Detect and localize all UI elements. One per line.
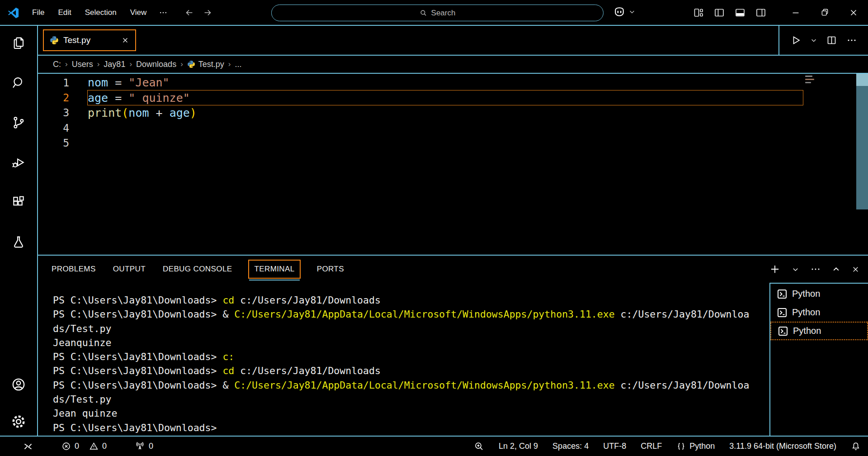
broadcast-icon bbox=[135, 441, 145, 451]
ports-count: 0 bbox=[149, 442, 153, 451]
editor-scrollbar[interactable] bbox=[856, 74, 868, 209]
accounts-icon[interactable] bbox=[11, 377, 26, 392]
indentation[interactable]: Spaces: 4 bbox=[552, 442, 589, 451]
panel-tab-debug-console[interactable]: DEBUG CONSOLE bbox=[162, 260, 233, 278]
terminal-tabs-list: PythonPythonPython bbox=[769, 283, 868, 436]
close-panel-icon[interactable] bbox=[851, 265, 860, 274]
panel-tab-problems[interactable]: PROBLEMS bbox=[51, 260, 97, 278]
breadcrumb-item[interactable]: Test.py bbox=[187, 60, 224, 69]
panel-tab-ports[interactable]: PORTS bbox=[316, 260, 345, 278]
line-number: 2 bbox=[38, 92, 88, 104]
explorer-icon[interactable] bbox=[11, 36, 26, 50]
errors-count: 0 bbox=[75, 442, 79, 451]
breadcrumb-item[interactable]: Jay81 bbox=[104, 60, 125, 69]
terminal-line: PS C:\Users\Jay81\Downloads> & C:/Users/… bbox=[53, 307, 769, 321]
editor-more-actions-icon[interactable] bbox=[846, 35, 857, 46]
run-dropdown-icon[interactable] bbox=[811, 37, 817, 43]
settings-gear-icon[interactable] bbox=[11, 414, 26, 429]
split-editor-icon[interactable] bbox=[826, 35, 837, 46]
terminal-tab-python[interactable]: Python bbox=[770, 322, 868, 340]
search-icon bbox=[420, 9, 427, 17]
vscode-logo bbox=[8, 7, 19, 19]
terminal-icon bbox=[777, 289, 788, 299]
breadcrumb-item[interactable]: ... bbox=[235, 60, 242, 69]
testing-icon[interactable] bbox=[11, 235, 26, 249]
command-center-search[interactable]: Search bbox=[271, 5, 604, 21]
terminal-launch-dropdown-icon[interactable] bbox=[792, 266, 799, 273]
notifications-bell-icon[interactable] bbox=[851, 442, 861, 451]
restore-button[interactable] bbox=[810, 0, 839, 25]
panel-tab-terminal[interactable]: TERMINAL bbox=[248, 260, 300, 279]
terminal-line: PS C:\Users\Jay81\Downloads> cd c:/Users… bbox=[53, 364, 769, 378]
breadcrumb-item[interactable]: Downloads bbox=[136, 60, 176, 69]
breadcrumb-item[interactable]: Users bbox=[72, 60, 93, 69]
breadcrumb-item[interactable]: C: bbox=[53, 60, 61, 69]
panel-more-actions-icon[interactable] bbox=[810, 264, 821, 275]
cursor-position[interactable]: Ln 2, Col 9 bbox=[499, 442, 538, 451]
terminal-output[interactable]: PS C:\Users\Jay81\Downloads> cd c:/Users… bbox=[38, 283, 769, 436]
toggle-panel-icon[interactable] bbox=[730, 0, 750, 25]
search-placeholder: Search bbox=[431, 9, 456, 18]
code-line: 3print(nom + age) bbox=[38, 105, 868, 120]
terminal-icon bbox=[778, 326, 788, 337]
encoding[interactable]: UTF-8 bbox=[603, 442, 626, 451]
line-number: 5 bbox=[38, 137, 88, 149]
menu-view[interactable]: View bbox=[123, 8, 154, 17]
menu-edit[interactable]: Edit bbox=[51, 8, 78, 17]
breadcrumb-separator-icon: › bbox=[228, 60, 231, 69]
terminal-line: PS C:\Users\Jay81\Downloads> cd c:/Users… bbox=[53, 293, 769, 307]
code-editor[interactable]: 1nom = "Jean"2age = " quinze"3print(nom … bbox=[38, 74, 868, 255]
editor-tab-bar: Test.py bbox=[38, 26, 868, 56]
python-interpreter[interactable]: 3.11.9 64-bit (Microsoft Store) bbox=[729, 442, 836, 451]
extensions-icon[interactable] bbox=[11, 195, 26, 209]
minimize-button[interactable] bbox=[781, 0, 810, 25]
tab-test-py[interactable]: Test.py bbox=[43, 29, 136, 51]
close-window-button[interactable] bbox=[839, 0, 868, 25]
errors-icon bbox=[61, 442, 71, 451]
menu-overflow-icon[interactable] bbox=[153, 8, 173, 17]
code-line: 1nom = "Jean" bbox=[38, 75, 868, 90]
terminal-line: ds/Test.py bbox=[53, 322, 769, 336]
run-and-debug-icon[interactable] bbox=[11, 155, 26, 170]
terminal-line: PS C:\Users\Jay81\Downloads> c: bbox=[53, 350, 769, 364]
breadcrumb-separator-icon: › bbox=[65, 60, 68, 69]
breadcrumb-separator-icon: › bbox=[180, 60, 183, 69]
run-python-file-button[interactable] bbox=[791, 35, 802, 46]
activity-bar bbox=[0, 26, 38, 436]
code-line: 5 bbox=[38, 136, 868, 151]
python-file-icon bbox=[50, 36, 59, 45]
source-control-icon[interactable] bbox=[11, 115, 26, 130]
bottom-panel: PROBLEMSOUTPUTDEBUG CONSOLETERMINALPORTS bbox=[38, 255, 868, 436]
terminal-line: Jean quinze bbox=[53, 406, 769, 420]
go-back-icon[interactable] bbox=[184, 8, 194, 18]
status-bar: 0 0 0 Ln 2, Col 9 Spaces: 4 UTF-8 CRLF P… bbox=[0, 436, 868, 456]
remote-indicator-icon[interactable] bbox=[23, 441, 33, 452]
problems-indicator[interactable]: 0 0 bbox=[61, 442, 107, 451]
customize-layout-icon[interactable] bbox=[688, 0, 709, 25]
terminal-tab-python[interactable]: Python bbox=[770, 285, 868, 303]
toggle-primary-sidebar-icon[interactable] bbox=[709, 0, 730, 25]
zoom-indicator-icon[interactable] bbox=[474, 441, 484, 451]
terminal-line: PS C:\Users\Jay81\Downloads> bbox=[53, 421, 769, 435]
menu-selection[interactable]: Selection bbox=[78, 8, 123, 17]
line-number: 1 bbox=[38, 77, 88, 89]
warnings-count: 0 bbox=[102, 442, 107, 451]
ports-indicator[interactable]: 0 bbox=[135, 441, 153, 451]
braces-icon bbox=[676, 442, 686, 451]
copilot-dropdown-icon[interactable] bbox=[629, 9, 635, 15]
panel-tab-output[interactable]: OUTPUT bbox=[112, 260, 146, 278]
language-mode[interactable]: Python bbox=[676, 442, 715, 451]
search-view-icon[interactable] bbox=[11, 76, 26, 90]
terminal-line: Jeanquinze bbox=[53, 336, 769, 350]
new-terminal-icon[interactable] bbox=[769, 263, 781, 275]
copilot-icon[interactable] bbox=[613, 5, 626, 18]
go-forward-icon[interactable] bbox=[203, 8, 212, 18]
maximize-panel-icon[interactable] bbox=[832, 266, 840, 273]
close-tab-icon[interactable] bbox=[121, 36, 129, 44]
terminal-tab-python[interactable]: Python bbox=[770, 303, 868, 322]
panel-tab-bar: PROBLEMSOUTPUTDEBUG CONSOLETERMINALPORTS bbox=[38, 256, 868, 283]
eol-sequence[interactable]: CRLF bbox=[641, 442, 662, 451]
minimap[interactable] bbox=[802, 74, 856, 255]
menu-file[interactable]: File bbox=[25, 8, 51, 17]
toggle-secondary-sidebar-icon[interactable] bbox=[750, 0, 771, 25]
